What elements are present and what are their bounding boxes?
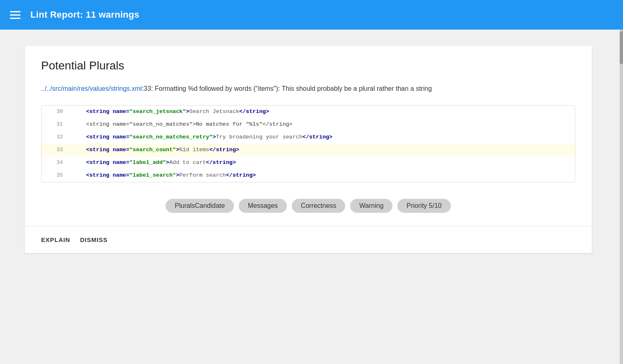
scrollbar-track[interactable] bbox=[620, 30, 623, 364]
code-content: <string name="search_jetsnack">Search Je… bbox=[73, 107, 269, 117]
card-title: Potential Plurals bbox=[41, 59, 575, 72]
code-content: <string name="search_no_matches">No matc… bbox=[73, 120, 293, 129]
code-line: 32 <string name="search_no_matches_retry… bbox=[42, 131, 575, 144]
code-line: 34 <string name="label_add">Add to cart<… bbox=[42, 157, 575, 169]
tag-badge: Correctness bbox=[292, 199, 345, 213]
lint-card: Potential Plurals ../../src/main/res/val… bbox=[25, 46, 592, 253]
description-text: :33: Formatting %d followed by words ("i… bbox=[142, 85, 432, 92]
tag-badge: Priority 5/10 bbox=[397, 199, 450, 213]
line-number: 31 bbox=[48, 120, 63, 129]
file-link[interactable]: ../../src/main/res/values/strings.xml bbox=[41, 85, 142, 92]
explain-button[interactable]: EXPLAIN bbox=[41, 235, 70, 245]
main-content: Potential Plurals ../../src/main/res/val… bbox=[0, 30, 623, 364]
card-footer: EXPLAINDISMISS bbox=[41, 226, 575, 253]
code-line: 33 <string name="search_count">%1d items… bbox=[42, 144, 575, 157]
code-line: 35 <string name="label_search">Perform s… bbox=[42, 169, 575, 182]
line-number: 30 bbox=[48, 107, 63, 116]
line-number: 34 bbox=[48, 158, 63, 167]
menu-icon[interactable] bbox=[10, 11, 21, 19]
code-line: 30 <string name="search_jetsnack">Search… bbox=[42, 106, 575, 118]
app-header: Lint Report: 11 warnings bbox=[0, 0, 623, 30]
tag-badge: PluralsCandidate bbox=[166, 199, 234, 213]
dismiss-button[interactable]: DISMISS bbox=[80, 235, 108, 245]
code-line: 31 <string name="search_no_matches">No m… bbox=[42, 118, 575, 131]
code-content: <string name="search_count">%1d items</s… bbox=[73, 145, 239, 155]
line-number: 35 bbox=[48, 171, 63, 180]
header-title: Lint Report: 11 warnings bbox=[30, 9, 139, 20]
code-content: <string name="search_no_matches_retry">T… bbox=[73, 133, 332, 142]
scrollbar-thumb[interactable] bbox=[620, 31, 623, 64]
tag-badge: Messages bbox=[239, 199, 287, 213]
tags-row: PluralsCandidateMessagesCorrectnessWarni… bbox=[41, 196, 575, 226]
code-content: <string name="label_search">Perform sear… bbox=[73, 171, 256, 180]
code-content: <string name="label_add">Add to cart</st… bbox=[73, 158, 236, 168]
code-block: 30 <string name="search_jetsnack">Search… bbox=[41, 105, 575, 182]
issue-description: ../../src/main/res/values/strings.xml:33… bbox=[41, 84, 575, 94]
tag-badge: Warning bbox=[350, 199, 392, 213]
line-number: 33 bbox=[48, 145, 63, 154]
line-number: 32 bbox=[48, 133, 63, 142]
